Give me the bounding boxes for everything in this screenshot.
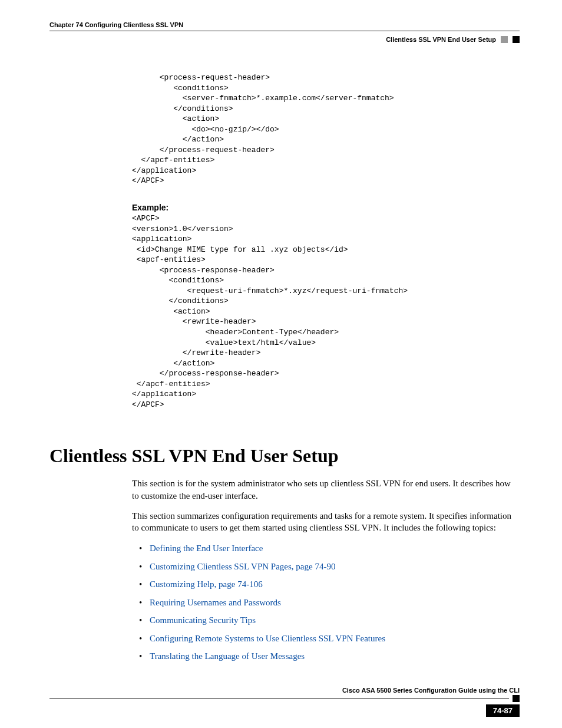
link-defining-end-user-interface[interactable]: Defining the End User Interface (150, 543, 263, 553)
example-label: Example: (132, 203, 520, 212)
link-customizing-pages[interactable]: Customizing Clientless SSL VPN Pages, pa… (150, 562, 335, 571)
list-item: Communicating Security Tips (143, 614, 520, 627)
header-section-row: Clientless SSL VPN End User Setup (49, 36, 520, 43)
header-marker-icon (501, 36, 508, 43)
header-marker-icon (513, 36, 520, 43)
link-configuring-remote[interactable]: Configuring Remote Systems to Use Client… (150, 634, 385, 643)
paragraph-2: This section summarizes configuration re… (132, 510, 520, 534)
page-number: 74-87 (486, 704, 520, 717)
code-block-1: <process-request-header> <conditions> <s… (132, 73, 520, 186)
link-translating-language[interactable]: Translating the Language of User Message… (150, 651, 305, 661)
link-requiring-usernames[interactable]: Requiring Usernames and Passwords (150, 598, 281, 607)
list-item: Configuring Remote Systems to Use Client… (143, 632, 520, 645)
topic-list: Defining the End User Interface Customiz… (132, 542, 520, 663)
list-item: Translating the Language of User Message… (143, 650, 520, 663)
footer-line (49, 699, 509, 699)
link-customizing-help[interactable]: Customizing Help, page 74-106 (150, 579, 263, 589)
section-title: Clientless SSL VPN End User Setup (49, 445, 520, 467)
page: Chapter 74 Configuring Clientless SSL VP… (0, 0, 562, 728)
link-security-tips[interactable]: Communicating Security Tips (150, 615, 256, 625)
list-item: Defining the End User Interface (143, 542, 520, 555)
footer-guide-title: Cisco ASA 5500 Series Configuration Guid… (49, 687, 520, 694)
footer: Cisco ASA 5500 Series Configuration Guid… (49, 687, 520, 717)
footer-rule (49, 695, 520, 702)
header-section: Clientless SSL VPN End User Setup (386, 36, 496, 43)
list-item: Customizing Help, page 74-106 (143, 578, 520, 591)
code-block-2: <APCF> <version>1.0</version> <applicati… (132, 213, 520, 410)
footer-marker-icon (513, 695, 520, 702)
header-chapter: Chapter 74 Configuring Clientless SSL VP… (49, 21, 520, 31)
paragraph-1: This section is for the system administr… (132, 477, 520, 502)
list-item: Customizing Clientless SSL VPN Pages, pa… (143, 560, 520, 574)
list-item: Requiring Usernames and Passwords (143, 596, 520, 610)
